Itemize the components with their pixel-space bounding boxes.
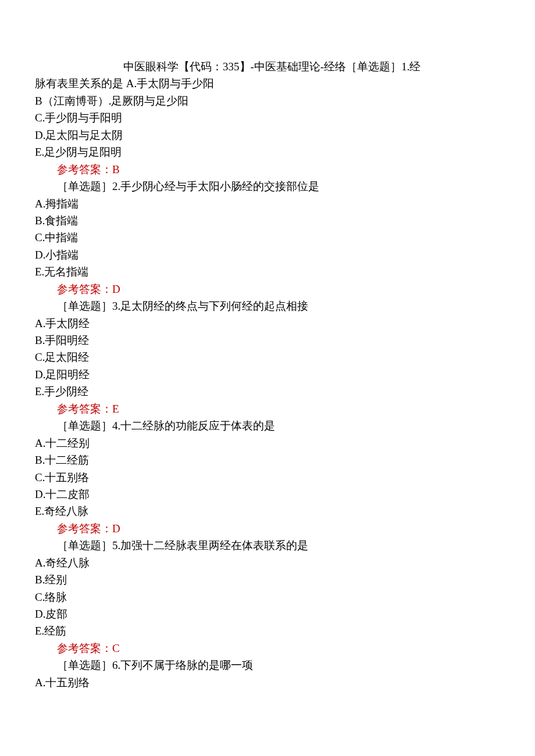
- q4-option-c: C.十五别络: [35, 469, 500, 486]
- q1-answer: 参考答案：B: [35, 161, 500, 178]
- q3-answer: 参考答案：E: [35, 400, 500, 417]
- q1-option-d: D.足太阳与足太阴: [35, 127, 500, 144]
- q2-option-c: C.中指端: [35, 229, 500, 246]
- q5-option-d: D.皮部: [35, 605, 500, 622]
- q2-option-a: A.拇指端: [35, 195, 500, 212]
- q3-option-e: E.手少阴经: [35, 383, 500, 400]
- q5-option-a: A.奇经八脉: [35, 554, 500, 571]
- q3-option-b: B.手阳明经: [35, 332, 500, 349]
- q2-option-e: E.无名指端: [35, 263, 500, 280]
- doc-title-line-1: 中医眼科学【代码：335】-中医基础理论-经络［单选题］1.经: [35, 58, 500, 75]
- q2-option-d: D.小指端: [35, 246, 500, 263]
- q2-option-b: B.食指端: [35, 212, 500, 229]
- q5-answer: 参考答案：C: [35, 640, 500, 657]
- q5-option-e: E.经筋: [35, 622, 500, 639]
- q4-option-b: B.十二经筋: [35, 452, 500, 468]
- q2-answer: 参考答案：D: [35, 281, 500, 298]
- q6-stem: ［单选题］6.下列不属于络脉的是哪一项: [35, 657, 500, 673]
- doc-title-line-2: 脉有表里关系的是 A.手太阴与手少阳: [35, 75, 500, 92]
- q1-option-b: B（江南博哥）.足厥阴与足少阳: [35, 92, 500, 109]
- q3-option-a: A.手太阴经: [35, 315, 500, 332]
- q4-answer: 参考答案：D: [35, 520, 500, 537]
- q3-option-c: C.足太阳经: [35, 349, 500, 366]
- q4-stem: ［单选题］4.十二经脉的功能反应于体表的是: [35, 417, 500, 434]
- q4-option-d: D.十二皮部: [35, 486, 500, 503]
- q3-stem: ［单选题］3.足太阴经的终点与下列何经的起点相接: [35, 298, 500, 314]
- q5-stem: ［单选题］5.加强十二经脉表里两经在体表联系的是: [35, 537, 500, 554]
- q5-option-b: B.经别: [35, 571, 500, 588]
- q3-option-d: D.足阳明经: [35, 366, 500, 383]
- q2-stem: ［单选题］2.手少阴心经与手太阳小肠经的交接部位是: [35, 178, 500, 195]
- q1-option-c: C.手少阴与手阳明: [35, 109, 500, 126]
- q4-option-a: A.十二经别: [35, 435, 500, 452]
- q4-option-e: E.奇经八脉: [35, 503, 500, 519]
- q5-option-c: C.络脉: [35, 589, 500, 605]
- q6-option-a: A.十五别络: [35, 674, 500, 691]
- q1-option-e: E.足少阴与足阳明: [35, 144, 500, 160]
